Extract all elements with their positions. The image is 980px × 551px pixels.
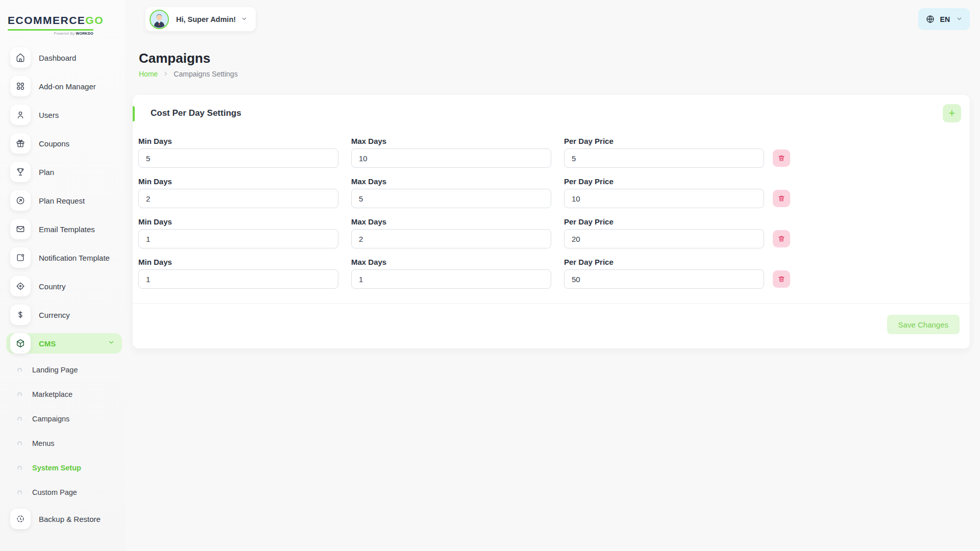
chevron-down-icon bbox=[241, 15, 248, 24]
sidebar-item-notification-template[interactable]: Notification Template bbox=[6, 247, 122, 268]
circle-bullet-icon bbox=[17, 368, 22, 372]
circle-bullet-icon bbox=[17, 466, 22, 470]
delete-row-button[interactable] bbox=[773, 149, 790, 167]
per-day-price-input[interactable] bbox=[564, 148, 764, 168]
circle-bullet-icon bbox=[17, 392, 22, 397]
notification-square-icon bbox=[10, 247, 31, 268]
card-title: Cost Per Day Settings bbox=[151, 108, 241, 118]
sidebar-item-users[interactable]: Users bbox=[6, 105, 122, 125]
sidebar-subitem-marketplace[interactable]: Marketplace bbox=[17, 386, 125, 403]
per-day-price-field: Per Day Price bbox=[564, 258, 764, 289]
trash-icon bbox=[777, 154, 786, 162]
logo-underline bbox=[8, 29, 93, 31]
language-code: EN bbox=[940, 15, 950, 23]
arrow-up-right-circle-icon bbox=[10, 190, 31, 211]
delete-row-button[interactable] bbox=[773, 190, 790, 207]
per-day-price-input[interactable] bbox=[564, 269, 764, 289]
user-avatar bbox=[150, 10, 169, 29]
sidebar-item-email-templates[interactable]: Email Templates bbox=[6, 219, 122, 239]
per-day-price-field: Per Day Price bbox=[564, 137, 764, 168]
min-days-input[interactable] bbox=[138, 148, 338, 168]
sidebar-subitem-custom-page[interactable]: Custom Page bbox=[17, 484, 125, 500]
breadcrumb-current: Campaigns Settings bbox=[174, 70, 237, 78]
sidebar-subitem-landing-page[interactable]: Landing Page bbox=[17, 362, 125, 378]
sidebar-item-backup-restore[interactable]: Backup & Restore bbox=[6, 509, 122, 529]
card-header: Cost Per Day Settings + bbox=[133, 95, 970, 128]
min-days-field: Min Days bbox=[138, 137, 338, 168]
min-days-field: Min Days bbox=[138, 258, 338, 289]
card-accent-bar bbox=[133, 106, 135, 121]
cost-row: Min Days Max Days Per Day Price bbox=[138, 217, 970, 248]
cost-per-day-settings-card: Cost Per Day Settings + Min Days Max Day… bbox=[133, 95, 970, 348]
sidebar-item-dashboard[interactable]: Dashboard bbox=[6, 47, 122, 68]
language-selector[interactable]: EN bbox=[918, 8, 970, 30]
sidebar-item-cms[interactable]: CMS bbox=[6, 333, 122, 354]
add-row-button[interactable]: + bbox=[943, 104, 961, 122]
max-days-input[interactable] bbox=[351, 229, 551, 248]
max-days-field: Max Days bbox=[351, 217, 551, 248]
per-day-price-input[interactable] bbox=[564, 229, 764, 248]
brand-logo[interactable]: ECOMMERCEGO Powered By WORKDO bbox=[0, 0, 94, 35]
cost-form: Min Days Max Days Per Day Price Min Day bbox=[133, 128, 970, 303]
page-header: Campaigns Home Campaigns Settings bbox=[139, 51, 970, 78]
sidebar-item-plan[interactable]: Plan bbox=[6, 162, 122, 182]
trash-icon bbox=[777, 235, 786, 243]
min-days-label: Min Days bbox=[138, 177, 338, 186]
target-icon bbox=[10, 276, 31, 296]
sidebar: ECOMMERCEGO Powered By WORKDO Dashboard … bbox=[0, 0, 125, 551]
delete-row-button[interactable] bbox=[773, 270, 790, 288]
min-days-input[interactable] bbox=[138, 189, 338, 208]
delete-row-button[interactable] bbox=[773, 230, 790, 247]
max-days-label: Max Days bbox=[351, 137, 551, 145]
trash-icon bbox=[777, 194, 786, 203]
sidebar-item-country[interactable]: Country bbox=[6, 276, 122, 296]
brand-name: ECOMMERCEGO bbox=[8, 14, 94, 27]
globe-icon bbox=[925, 14, 935, 24]
sidebar-subitem-campaigns[interactable]: Campaigns bbox=[17, 411, 125, 427]
max-days-input[interactable] bbox=[351, 269, 551, 289]
sidebar-subitem-menus[interactable]: Menus bbox=[17, 435, 125, 452]
top-bar: Hi, Super Admin! EN bbox=[133, 0, 970, 38]
sidebar-item-addon-manager[interactable]: Add-on Manager bbox=[6, 76, 122, 96]
max-days-input[interactable] bbox=[351, 148, 551, 168]
max-days-label: Max Days bbox=[351, 258, 551, 266]
trash-icon bbox=[777, 275, 786, 283]
max-days-field: Max Days bbox=[351, 177, 551, 208]
max-days-label: Max Days bbox=[351, 217, 551, 226]
sidebar-item-currency[interactable]: Currency bbox=[6, 305, 122, 325]
per-day-price-label: Per Day Price bbox=[564, 177, 764, 186]
circle-bullet-icon bbox=[17, 490, 22, 495]
min-days-field: Min Days bbox=[138, 177, 338, 208]
min-days-input[interactable] bbox=[138, 229, 338, 248]
dollar-icon bbox=[10, 305, 31, 325]
per-day-price-field: Per Day Price bbox=[564, 217, 764, 248]
min-days-label: Min Days bbox=[138, 258, 338, 266]
max-days-input[interactable] bbox=[351, 189, 551, 208]
user-menu[interactable]: Hi, Super Admin! bbox=[145, 7, 256, 31]
gift-icon bbox=[10, 133, 31, 154]
max-days-field: Max Days bbox=[351, 258, 551, 289]
max-days-label: Max Days bbox=[351, 177, 551, 186]
package-icon bbox=[10, 333, 31, 354]
circle-bullet-icon bbox=[17, 441, 22, 446]
powered-by-label: Powered By WORKDO bbox=[8, 32, 93, 35]
per-day-price-label: Per Day Price bbox=[564, 137, 764, 145]
min-days-field: Min Days bbox=[138, 217, 338, 248]
sidebar-item-plan-request[interactable]: Plan Request bbox=[6, 190, 122, 211]
user-icon bbox=[10, 105, 31, 125]
sidebar-subitem-system-setup[interactable]: System Setup bbox=[17, 460, 125, 476]
cost-row: Min Days Max Days Per Day Price bbox=[138, 137, 970, 168]
per-day-price-label: Per Day Price bbox=[564, 258, 764, 266]
min-days-label: Min Days bbox=[138, 217, 338, 226]
page-title: Campaigns bbox=[139, 51, 970, 66]
cost-row: Min Days Max Days Per Day Price bbox=[138, 258, 970, 289]
max-days-field: Max Days bbox=[351, 137, 551, 168]
sidebar-item-coupons[interactable]: Coupons bbox=[6, 133, 122, 154]
restore-icon bbox=[10, 509, 31, 529]
chevron-right-icon bbox=[158, 70, 174, 78]
circle-bullet-icon bbox=[17, 417, 22, 421]
min-days-input[interactable] bbox=[138, 269, 338, 289]
breadcrumb-home-link[interactable]: Home bbox=[139, 70, 158, 78]
save-changes-button[interactable]: Save Changes bbox=[887, 315, 960, 334]
per-day-price-input[interactable] bbox=[564, 189, 764, 208]
